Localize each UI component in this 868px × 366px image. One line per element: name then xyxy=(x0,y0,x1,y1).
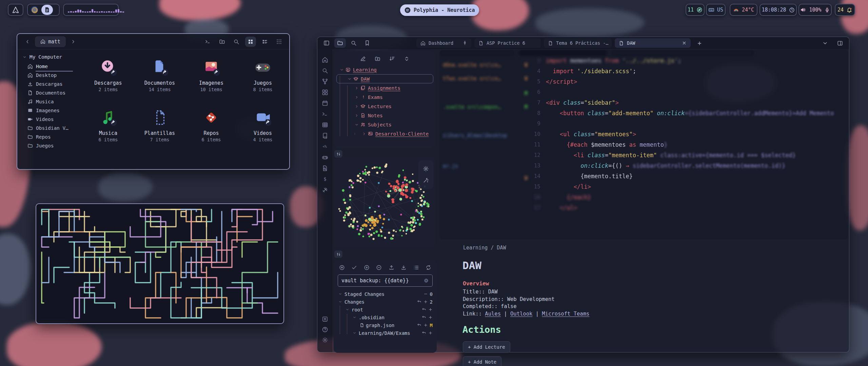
plus-action-icon[interactable] xyxy=(428,331,433,335)
sidebar-item-desktop[interactable]: Desktop xyxy=(27,73,78,78)
tree-item-lectures[interactable]: Lectures xyxy=(336,102,433,111)
git-row--obsidian[interactable]: .obsidian xyxy=(338,313,437,321)
tab-asp-practice-6[interactable]: ASP Practice 6 xyxy=(474,38,541,48)
tree-item-subjects[interactable]: Subjects xyxy=(336,120,433,129)
graph-wand-button[interactable] xyxy=(423,177,429,183)
sidebar-item-home[interactable]: Home xyxy=(27,64,78,69)
git-row-graph-json[interactable]: graph.json M xyxy=(338,321,437,329)
graph-settings-button[interactable] xyxy=(423,166,429,172)
ribbon-dollar-icon[interactable]: $ xyxy=(322,176,328,182)
ribbon-calendar-icon[interactable] xyxy=(322,100,328,106)
tray-keyboard-layout[interactable]: US xyxy=(706,4,726,16)
app-launcher-button[interactable] xyxy=(8,4,23,16)
sidebar-item-descargas[interactable]: Descargas xyxy=(27,81,78,87)
active-document-app[interactable] xyxy=(41,5,53,15)
folder-juegos[interactable]: Juegos 8 items xyxy=(237,58,289,108)
clear-icon[interactable] xyxy=(423,278,429,283)
undo-action-icon[interactable] xyxy=(417,323,421,327)
search-button[interactable] xyxy=(231,37,242,47)
compact-view-button[interactable] xyxy=(274,37,284,47)
ribbon-help-icon[interactable] xyxy=(322,326,328,333)
sidebar-item-videos[interactable]: Videos xyxy=(27,117,78,122)
git-minus-circle-button[interactable] xyxy=(376,265,382,270)
folder-descargas[interactable]: Descargas 2 items xyxy=(82,58,134,108)
link-aules[interactable]: Aules xyxy=(485,311,501,317)
bookmark-button[interactable] xyxy=(361,38,373,48)
git-list-button[interactable] xyxy=(413,265,419,270)
folder-plus-button[interactable] xyxy=(375,56,380,62)
tray-clock[interactable]: 18:08:28 xyxy=(760,4,797,16)
terminal-button[interactable] xyxy=(202,37,213,47)
sidebar-item-obsidianv[interactable]: Obsidian V… xyxy=(27,125,78,131)
new-tab-button[interactable]: + xyxy=(694,38,705,48)
tray-volume[interactable]: 100% xyxy=(798,4,832,16)
tray-updates[interactable]: 11 xyxy=(686,4,705,16)
back-button[interactable] xyxy=(22,37,33,47)
collapsed-panel-button[interactable] xyxy=(334,150,342,158)
sidebar-item-documentos[interactable]: Documentos xyxy=(27,90,78,96)
grid-view-button[interactable] xyxy=(245,37,256,47)
ribbon-search-icon[interactable] xyxy=(322,67,328,74)
collapse-all-button[interactable] xyxy=(404,56,410,62)
ribbon-home-icon[interactable] xyxy=(322,57,328,63)
ribbon-code-template-icon[interactable]: <% xyxy=(322,143,328,150)
tree-item-exams[interactable]: !Exams xyxy=(336,93,433,102)
folder-button[interactable] xyxy=(334,38,346,48)
sidebar-item-repos[interactable]: Repos xyxy=(27,134,78,140)
tab-dashboard[interactable]: Dashboard xyxy=(416,38,471,48)
firefox-icon[interactable] xyxy=(31,6,39,14)
plus-action-icon[interactable] xyxy=(428,315,433,320)
plus-action-icon[interactable] xyxy=(423,300,428,304)
ribbon-gamepad-icon[interactable] xyxy=(322,154,328,161)
ribbon-vault-icon[interactable] xyxy=(322,316,328,322)
minus-action-icon[interactable] xyxy=(423,292,428,296)
folder-imagenes[interactable]: Imagenes 10 items xyxy=(185,58,237,108)
sidebar-item-imagenes[interactable]: Imagenes xyxy=(27,108,78,113)
folder-musica[interactable]: Musica 6 items xyxy=(82,108,134,158)
tray-weather[interactable]: 24°C xyxy=(730,4,757,16)
folder-documentos[interactable]: Documentos 14 items xyxy=(134,58,185,108)
tree-item-learning[interactable]: Learning xyxy=(336,65,433,74)
list-view-button[interactable] xyxy=(259,37,270,47)
ribbon-table-icon[interactable] xyxy=(322,122,328,128)
breadcrumb[interactable]: matt xyxy=(35,36,66,47)
search-button[interactable] xyxy=(348,38,359,48)
git-refresh-button[interactable] xyxy=(426,265,431,270)
sidebar-item-musica[interactable]: Musica xyxy=(27,99,78,104)
pin-icon[interactable] xyxy=(462,41,467,45)
git-row-learning-daw-exams[interactable]: Learning/DAW/Exams xyxy=(338,329,437,337)
git-row-changes[interactable]: Changes 2 xyxy=(338,298,437,306)
chevron-down-button[interactable] xyxy=(819,38,831,48)
sort-button[interactable] xyxy=(389,56,395,62)
link-microsoft-teams[interactable]: Microsoft Teams xyxy=(542,311,589,317)
ribbon-terminal-icon[interactable] xyxy=(322,111,328,117)
tree-item-daw[interactable]: DAW xyxy=(336,74,433,83)
tab-daw[interactable]: DAW xyxy=(615,38,691,48)
add-note-button[interactable]: + Add Note xyxy=(463,356,501,366)
undo-action-icon[interactable] xyxy=(422,315,426,320)
git-commit-push-button[interactable] xyxy=(339,265,345,270)
folder-plus-button[interactable] xyxy=(217,37,228,47)
folder-repos[interactable]: Repos 6 items xyxy=(185,108,237,158)
folder-plantillas[interactable]: Plantillas 7 items xyxy=(134,108,185,158)
forward-button[interactable] xyxy=(68,37,79,47)
folder-videos[interactable]: Videos 4 items xyxy=(237,108,289,158)
sidebar-root[interactable]: My Computer xyxy=(23,54,78,60)
ribbon-layout-grid-icon[interactable] xyxy=(322,89,328,96)
tray-notifications[interactable]: 24 xyxy=(835,4,855,16)
tree-item-notes[interactable]: Notes xyxy=(336,111,433,120)
link-outlook[interactable]: Outlook xyxy=(510,311,532,317)
commit-message-input[interactable]: vault backup: {{date}} xyxy=(338,274,433,287)
ribbon-tools-icon[interactable] xyxy=(322,187,328,193)
plus-action-icon[interactable] xyxy=(423,323,428,327)
tree-item-assignments[interactable]: Assignments xyxy=(336,83,433,93)
sidebar-left-button[interactable] xyxy=(321,38,332,48)
ribbon-file-search-icon[interactable] xyxy=(322,165,328,171)
sidebar-right-button[interactable] xyxy=(834,38,846,48)
git-plus-circle-button[interactable] xyxy=(364,265,370,270)
undo-action-icon[interactable] xyxy=(422,307,426,312)
undo-action-icon[interactable] xyxy=(422,331,426,335)
undo-action-icon[interactable] xyxy=(417,300,421,304)
collapsed-panel-button-2[interactable] xyxy=(334,250,342,258)
now-playing-widget[interactable]: Polyphia - Neurotica xyxy=(400,4,479,16)
